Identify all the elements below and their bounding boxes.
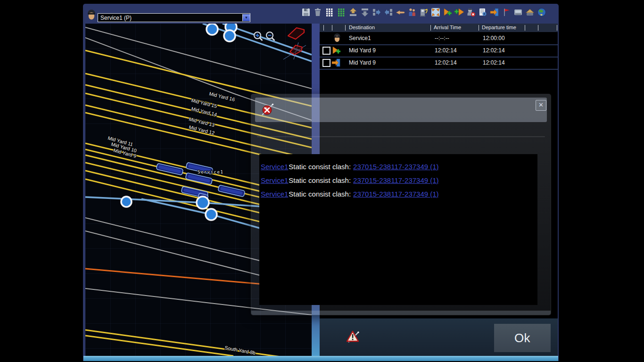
table-row[interactable]: Service1--:--:--12:00:00	[320, 32, 558, 45]
service-selector-value: Service1 (P)	[98, 14, 242, 22]
timetable-header: Destination Arrival Time Departure time	[320, 24, 558, 32]
driver-avatar-icon	[86, 8, 97, 22]
waypoint-marker[interactable]	[121, 197, 132, 207]
insert-before-button[interactable]	[383, 7, 394, 17]
console-icon	[513, 7, 523, 17]
refuel-icon	[419, 7, 429, 17]
refuel-button[interactable]	[419, 7, 429, 17]
insert-after-icon	[372, 7, 382, 17]
remove-driver-button[interactable]	[466, 7, 476, 17]
message-list: Service1Static consist clash:237015-2381…	[259, 154, 537, 305]
service-link[interactable]: Service1	[261, 190, 288, 198]
hand-button[interactable]	[395, 7, 405, 17]
column-destination: Destination	[349, 25, 375, 30]
world-button[interactable]	[537, 7, 547, 17]
waypoint-marker[interactable]	[206, 209, 217, 220]
cell-departure: 12:02:14	[483, 59, 505, 66]
driver-icon	[332, 33, 342, 43]
message-text: Static consist clash:	[289, 176, 351, 184]
dialog-header	[255, 98, 547, 122]
station-button[interactable]	[525, 7, 535, 17]
warning-pin-icon	[346, 329, 360, 344]
raise-icon	[348, 7, 358, 17]
dialog-footer-bar: Ok	[320, 318, 558, 357]
error-dialog: ✕ Service1Static consist clash:237015-23…	[251, 94, 551, 315]
cell-arrival: 12:02:14	[435, 59, 457, 66]
tasks-icon	[478, 7, 488, 17]
cell-destination: Service1	[349, 35, 371, 41]
tasks-button[interactable]	[478, 7, 488, 17]
add-service-icon	[331, 45, 341, 56]
save-icon	[301, 7, 311, 17]
raise-button[interactable]	[348, 7, 358, 17]
window-bottom-strip	[83, 356, 558, 361]
column-arrival: Arrival Time	[434, 25, 461, 30]
close-button[interactable]: ✕	[536, 100, 546, 111]
hand-icon	[395, 7, 405, 17]
waypoint-marker[interactable]	[224, 30, 235, 41]
grid-icon	[324, 7, 335, 17]
station-icon	[525, 7, 535, 17]
service-link[interactable]: Service1	[261, 163, 288, 171]
passengers-icon	[407, 7, 417, 17]
cell-arrival: 12:02:14	[435, 47, 457, 54]
waypoint-marker[interactable]	[206, 24, 218, 35]
insert-before-icon	[383, 7, 394, 17]
flag-button[interactable]	[501, 7, 512, 17]
clash-message: Service1Static consist clash:237015-2381…	[261, 160, 537, 173]
service-selector[interactable]: Service1 (P) ▼	[98, 13, 250, 22]
consist-link[interactable]: 237015-238117-237349 (1)	[353, 176, 439, 184]
row-checkbox[interactable]	[322, 47, 330, 55]
cell-departure: 12:02:14	[483, 47, 505, 54]
cell-destination: Mid Yard 9	[349, 47, 376, 54]
add-service-button[interactable]	[442, 7, 453, 17]
row-checkbox[interactable]	[322, 59, 330, 67]
ok-button[interactable]: Ok	[494, 324, 551, 352]
grid-green-button[interactable]	[336, 7, 347, 17]
append-service-button[interactable]	[454, 7, 464, 17]
append-service-icon	[454, 7, 464, 17]
grid-button[interactable]	[324, 7, 335, 17]
table-row[interactable]: Mid Yard 912:02:1412:02:14	[320, 57, 558, 70]
add-service-icon	[442, 7, 453, 17]
column-departure: Departure time	[482, 25, 516, 30]
cell-departure: 12:00:00	[483, 35, 505, 41]
delete-button[interactable]	[313, 7, 323, 17]
lower-icon	[360, 7, 370, 17]
portal-icon	[331, 58, 341, 68]
save-button[interactable]	[301, 7, 311, 17]
clash-message: Service1Static consist clash:237015-2381…	[261, 187, 537, 201]
center-button[interactable]	[430, 7, 441, 17]
service-link[interactable]: Service1	[261, 176, 288, 184]
console-button[interactable]	[513, 7, 523, 17]
toolbar	[301, 7, 547, 17]
consist-service-label: Service1	[198, 170, 223, 174]
center-icon	[430, 7, 441, 17]
consist-link[interactable]: 237015-238117-237349 (1)	[353, 163, 439, 171]
message-text: Static consist clash:	[289, 190, 351, 198]
message-text: Static consist clash:	[289, 163, 351, 171]
portal-icon	[489, 7, 500, 17]
table-row[interactable]: Mid Yard 912:02:1412:02:14	[320, 44, 558, 58]
consist-link[interactable]: 237015-238117-237349 (1)	[353, 190, 439, 198]
dialog-divider	[257, 136, 545, 137]
clash-message: Service1Static consist clash:237015-2381…	[261, 173, 537, 187]
passengers-button[interactable]	[407, 7, 417, 17]
cell-destination: Mid Yard 9	[349, 59, 376, 66]
grid-green-icon	[336, 7, 347, 17]
remove-driver-icon	[466, 7, 476, 17]
world-icon	[537, 7, 547, 17]
lower-button[interactable]	[360, 7, 370, 17]
chevron-down-icon[interactable]: ▼	[242, 14, 250, 21]
error-pin-icon	[259, 102, 275, 118]
editor-window: Service1 (P) ▼	[83, 4, 559, 361]
delete-icon	[313, 7, 323, 17]
insert-after-button[interactable]	[372, 7, 382, 17]
cell-arrival: --:--:--	[435, 35, 449, 41]
portal-button[interactable]	[489, 7, 500, 17]
waypoint-marker[interactable]	[197, 197, 209, 209]
flag-icon	[501, 7, 512, 17]
